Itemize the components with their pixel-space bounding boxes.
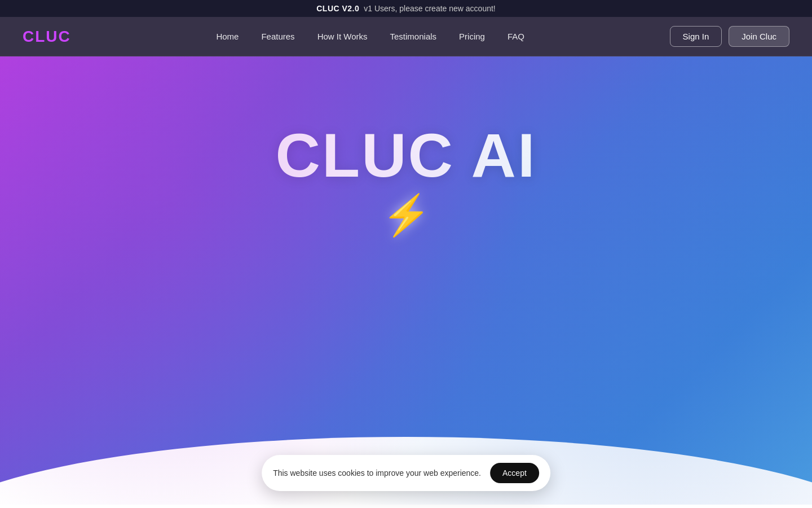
announcement-text: v1 Users, please create new account!	[364, 4, 495, 13]
nav-pricing[interactable]: Pricing	[459, 32, 485, 41]
nav-how-it-works[interactable]: How It Works	[317, 32, 368, 41]
nav-actions: Sign In Join Cluc	[670, 26, 789, 47]
accept-button[interactable]: Accept	[490, 463, 539, 483]
nav-faq[interactable]: FAQ	[508, 32, 524, 41]
nav-home[interactable]: Home	[216, 32, 239, 41]
signin-button[interactable]: Sign In	[670, 26, 722, 47]
join-button[interactable]: Join Cluc	[729, 26, 789, 47]
navbar: CLUC Home Features How It Works Testimon…	[0, 17, 812, 56]
nav-testimonials[interactable]: Testimonials	[390, 32, 437, 41]
hero-section: CLUC AI ⚡	[0, 56, 812, 505]
announcement-bar: CLUC V2.0 v1 Users, please create new ac…	[0, 0, 812, 17]
cookie-message: This website uses cookies to improve you…	[273, 468, 481, 478]
logo[interactable]: CLUC	[23, 28, 71, 46]
hero-title: CLUC AI	[276, 124, 537, 186]
cookie-banner: This website uses cookies to improve you…	[262, 455, 550, 491]
nav-links: Home Features How It Works Testimonials …	[216, 32, 524, 42]
lightning-icon: ⚡	[382, 192, 431, 238]
nav-features[interactable]: Features	[261, 32, 294, 41]
version-badge: CLUC V2.0	[316, 4, 359, 13]
